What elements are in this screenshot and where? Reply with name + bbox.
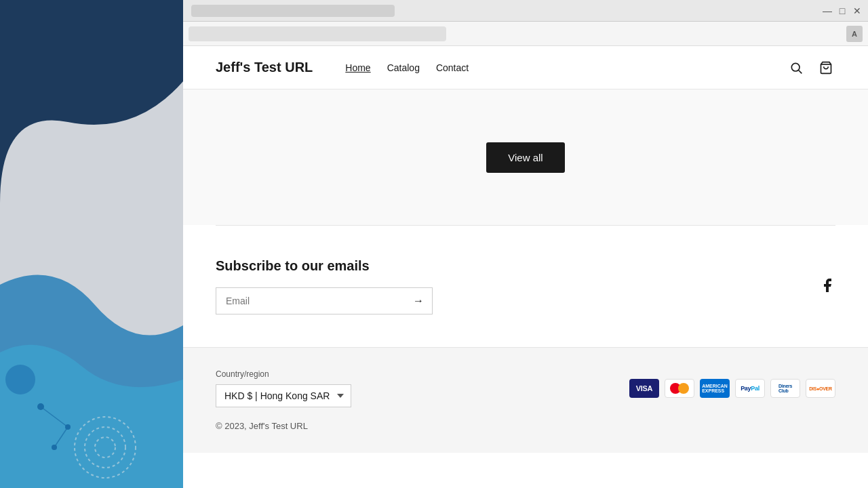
country-label: Country/region [216,369,351,379]
nav-home[interactable]: Home [345,62,370,73]
svg-line-7 [54,427,68,447]
titlebar-url-bar [191,5,395,17]
payment-mastercard [665,379,694,398]
svg-point-2 [85,427,125,468]
subscribe-section: Subscribe to our emails → [183,226,868,347]
browser-window: — □ ✕ A Jeff's Test URL Home Catalog Con… [183,0,868,488]
svg-point-8 [52,445,57,450]
minimize-button[interactable]: — [822,5,833,16]
cart-button[interactable] [816,58,835,77]
window-controls: — □ ✕ [822,5,863,16]
background-decoration [0,0,183,488]
svg-line-10 [799,70,802,73]
footer-copyright: © 2023, Jeff's Test URL [216,421,835,431]
facebook-icon [819,277,835,293]
email-submit-button[interactable]: → [405,288,432,314]
browser-toolbar: A [183,22,868,46]
svg-point-3 [95,437,115,458]
maximize-button[interactable]: □ [837,5,848,16]
payment-icons: VISA AMERICANEXPRESS [629,379,835,398]
header-icons [787,58,835,77]
view-all-button[interactable]: View all [486,142,564,173]
site-footer: Country/region HKD $ | Hong Kong SAR VIS… [183,347,868,453]
svg-point-1 [75,417,136,478]
email-input-wrapper: → [216,287,433,314]
cart-icon [819,61,833,75]
site-logo: Jeff's Test URL [216,60,313,75]
close-button[interactable]: ✕ [852,5,863,16]
country-region-section: Country/region HKD $ | Hong Kong SAR [216,369,351,407]
titlebar: — □ ✕ [183,0,868,22]
payment-discover: DIS●OVER [806,379,835,398]
main-content: View all [183,89,868,225]
browser-content[interactable]: Jeff's Test URL Home Catalog Contact [183,46,868,488]
payment-visa: VISA [629,379,659,398]
email-input[interactable] [216,289,405,313]
svg-point-6 [65,424,71,430]
svg-point-0 [5,365,35,394]
nav-catalog[interactable]: Catalog [387,62,420,73]
arrow-right-icon: → [413,295,424,306]
search-icon [789,61,803,75]
payment-paypal: PayPal [735,379,765,398]
facebook-icon-wrapper[interactable] [819,277,835,296]
address-bar[interactable] [189,26,446,41]
svg-point-4 [37,403,44,410]
subscribe-title: Subscribe to our emails [216,258,835,274]
search-button[interactable] [787,58,806,77]
payment-amex: AMERICANEXPRESS [700,379,730,398]
site-header: Jeff's Test URL Home Catalog Contact [183,46,868,89]
svg-line-5 [41,407,68,427]
translate-icon[interactable]: A [846,26,863,42]
footer-top: Country/region HKD $ | Hong Kong SAR VIS… [216,369,835,407]
nav-contact[interactable]: Contact [436,62,469,73]
svg-point-9 [791,63,800,71]
site-nav: Home Catalog Contact [345,62,469,73]
email-form: → [216,287,433,314]
payment-diners: DinersClub [770,379,800,398]
currency-select[interactable]: HKD $ | Hong Kong SAR [216,384,351,407]
